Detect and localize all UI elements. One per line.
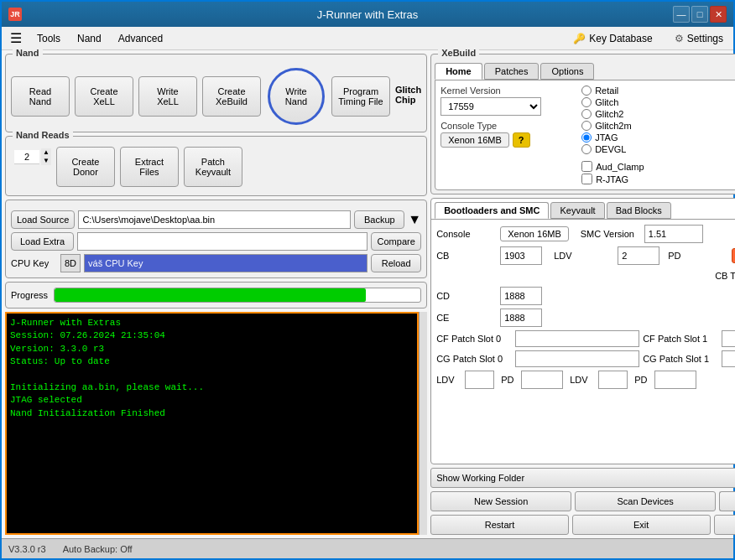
bottom-buttons: Show Working Folder ▼ IP: New Session Sc… — [430, 468, 735, 535]
smc-version-input[interactable] — [644, 225, 703, 243]
exit-button[interactable]: Exit — [572, 515, 711, 535]
reads-down-arrow[interactable]: ▼ — [41, 157, 51, 165]
radio-glitch2-label: Glitch2 — [595, 109, 623, 119]
log-line-2: Version: 3.3.0 r3 — [10, 343, 414, 355]
progress-section: Progress — [5, 282, 427, 309]
xebuild-tab-patches[interactable]: Patches — [484, 63, 540, 80]
pd-label-3: PD — [634, 375, 651, 385]
console-type-button[interactable]: Xenon 16MB — [440, 132, 509, 148]
radio-glitch[interactable] — [581, 97, 592, 107]
xebuild-group: XeBuild Home Patches Options Kernel Vers… — [430, 54, 735, 194]
console-value-button[interactable]: Xenon 16MB — [500, 226, 569, 241]
maximize-button[interactable]: □ — [691, 6, 708, 23]
radio-jtag-label: JTAG — [595, 132, 618, 143]
ldv-input[interactable] — [618, 246, 659, 265]
radio-retail[interactable] — [581, 86, 592, 96]
patch-keyvault-button[interactable]: PatchKeyvault — [184, 147, 242, 187]
program-timing-button[interactable]: ProgramTiming File — [331, 76, 390, 117]
cpu-key-input[interactable] — [84, 254, 368, 272]
close-button[interactable]: ✕ — [710, 6, 727, 23]
xebuild-tab-home[interactable]: Home — [435, 63, 482, 80]
restart-button[interactable]: Restart — [430, 515, 569, 535]
ce-input[interactable] — [500, 309, 542, 327]
backup-button[interactable]: Backup — [354, 210, 404, 229]
extract-files-button[interactable]: ExtractFiles — [120, 147, 179, 187]
pd-input-2[interactable] — [521, 371, 563, 389]
read-nand-button[interactable]: ReadNand — [11, 76, 70, 117]
log-line-4 — [10, 369, 414, 381]
settings-button[interactable]: ⚙ Settings — [668, 30, 730, 47]
pd-label: PD — [668, 251, 727, 261]
progress-bar — [54, 288, 421, 303]
reload-button[interactable]: Reload — [371, 254, 421, 272]
smc-version-label: SMC Version — [581, 229, 639, 239]
cg-patch-slot-1-input[interactable] — [722, 350, 735, 367]
cg-patch-slot-0-input[interactable] — [515, 350, 639, 367]
scan-devices-button[interactable]: Scan Devices — [575, 491, 716, 511]
log-line-3: Status: Up to date — [10, 355, 414, 368]
new-session-button[interactable]: New Session — [430, 491, 571, 511]
bootloaders-group: Bootloaders and SMC Keyvault Bad Blocks … — [430, 198, 735, 464]
cf-patch-slot-1-label: CF Patch Slot 1 — [643, 334, 718, 344]
xebuild-tab-options[interactable]: Options — [540, 63, 594, 80]
gear-icon: ⚙ — [675, 33, 684, 44]
radio-devgl[interactable] — [581, 144, 592, 154]
reads-spinner[interactable]: ▲ ▼ — [41, 148, 51, 165]
pd-input-3[interactable] — [654, 371, 696, 389]
radio-glitch2[interactable] — [581, 109, 592, 119]
show-working-folder-button[interactable]: Show Working Folder ▼ — [430, 468, 735, 488]
cf-patch-slot-1-input[interactable] — [722, 330, 735, 347]
r-jtag-checkbox[interactable] — [581, 174, 592, 184]
menu-nand[interactable]: Nand — [70, 30, 108, 47]
pd-value-button[interactable]: 0x24AB10 — [732, 248, 735, 263]
menu-tools[interactable]: Tools — [30, 30, 67, 47]
create-donor-button[interactable]: CreateDonor — [56, 147, 115, 187]
create-xebuild-button[interactable]: CreateXeBuild — [202, 76, 261, 117]
write-nand-button[interactable]: WriteNand — [268, 68, 325, 125]
load-source-input[interactable] — [78, 210, 351, 229]
xebuild-label: XeBuild — [438, 48, 479, 58]
cf-patch-slot-0-input[interactable] — [515, 330, 639, 347]
minimize-button[interactable]: — — [673, 6, 690, 23]
pd-label-2: PD — [501, 375, 518, 385]
compare-button[interactable]: Compare — [371, 232, 421, 251]
load-extra-button[interactable]: Load Extra — [11, 232, 74, 251]
console-label: Console — [436, 229, 495, 239]
tab-bootloaders-smc[interactable]: Bootloaders and SMC — [435, 202, 549, 219]
scan-ip-range-button[interactable]: Scan IP Range — [714, 515, 735, 535]
tab-keyvault[interactable]: Keyvault — [550, 202, 604, 219]
radio-glitch2m-label: Glitch2m — [595, 121, 631, 131]
aud-clamp-checkbox[interactable] — [581, 161, 592, 172]
reads-up-arrow[interactable]: ▲ — [41, 148, 51, 157]
get-cpu-key-button[interactable]: Get CPU Key — [719, 491, 735, 511]
version-label: V3.3.0 r3 — [8, 544, 46, 554]
progress-bar-fill — [55, 288, 366, 302]
backup-dropdown-arrow[interactable]: ▼ — [408, 212, 421, 227]
load-source-button[interactable]: Load Source — [11, 210, 75, 229]
radio-jtag[interactable] — [581, 132, 592, 143]
write-xell-button[interactable]: WriteXeLL — [138, 76, 197, 117]
ldv-input-2[interactable] — [465, 371, 494, 389]
console-question-button[interactable]: ? — [513, 132, 530, 148]
cd-input[interactable] — [500, 287, 542, 305]
key-database-button[interactable]: 🔑 Key Database — [566, 30, 659, 47]
ldv-label-2: LDV — [436, 375, 461, 385]
load-extra-input[interactable] — [77, 232, 368, 251]
cb-input[interactable] — [500, 246, 542, 265]
ldv-input-3[interactable] — [598, 371, 628, 389]
tab-bad-blocks[interactable]: Bad Blocks — [607, 202, 671, 219]
radio-glitch2m[interactable] — [581, 121, 592, 131]
hamburger-menu[interactable]: ☰ — [5, 29, 27, 48]
nand-group: Nand ReadNand CreateXeLL WriteXeLL Creat… — [5, 54, 427, 132]
cg-patch-slot-1-label: CG Patch Slot 1 — [643, 354, 718, 364]
key-icon: 🔑 — [573, 33, 586, 44]
build-type-radio-group: Retail Glitch Glitch2 — [581, 86, 735, 154]
progress-label: Progress — [11, 290, 49, 300]
log-scrollbar[interactable] — [419, 312, 427, 535]
menu-advanced[interactable]: Advanced — [112, 30, 169, 47]
kernel-version-select[interactable]: 17559 — [440, 97, 541, 116]
create-xell-button[interactable]: CreateXeLL — [75, 76, 133, 117]
auto-backup-label: Auto Backup: Off — [63, 544, 133, 554]
cpu-key-prefix: 8D — [60, 254, 81, 272]
cd-label: CD — [436, 291, 495, 301]
